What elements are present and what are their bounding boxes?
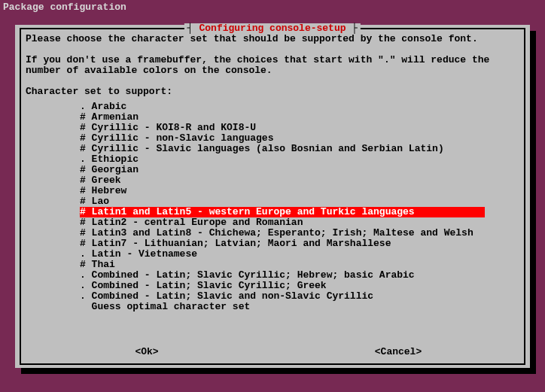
dialog-buttons: <Ok> <Cancel> — [21, 347, 524, 357]
list-item[interactable]: # Cyrillic - non-Slavic languages — [26, 133, 519, 144]
dialog-title-text: Configuring console-setup — [199, 23, 346, 34]
list-item[interactable]: . Ethiopic — [26, 154, 519, 165]
dialog: ┤ Configuring console-setup ├ Please cho… — [15, 25, 530, 368]
list-item[interactable]: # Thai — [26, 260, 519, 270]
list-item[interactable]: # Hebrew — [26, 186, 519, 196]
list-item[interactable]: # Latin1 and Latin5 - western Europe and… — [26, 207, 519, 217]
ok-button[interactable]: <Ok> — [21, 347, 272, 357]
dialog-inner: ┤ Configuring console-setup ├ Please cho… — [20, 28, 525, 365]
list-item[interactable]: Guess optimal character set — [26, 302, 519, 312]
list-item[interactable]: . Latin - Vietnamese — [26, 249, 519, 260]
list-item[interactable]: # Cyrillic - KOI8-R and KOI8-U — [26, 123, 519, 133]
list-item[interactable]: # Cyrillic - Slavic languages (also Bosn… — [26, 144, 519, 154]
list-item[interactable]: # Latin7 - Lithuanian; Latvian; Maori an… — [26, 239, 519, 249]
dialog-text-1: Please choose the character set that sho… — [26, 34, 519, 44]
cancel-button[interactable]: <Cancel> — [272, 347, 524, 357]
list-item[interactable]: . Arabic — [26, 102, 519, 112]
list-item[interactable]: # Greek — [26, 175, 519, 186]
page-title: Package configuration — [3, 2, 126, 13]
list-item[interactable]: # Georgian — [26, 165, 519, 175]
charset-list[interactable]: . Arabic# Armenian# Cyrillic - KOI8-R an… — [26, 102, 519, 312]
list-item[interactable]: # Latin2 - central Europe and Romanian — [26, 217, 519, 228]
list-item[interactable]: . Combined - Latin; Slavic and non-Slavi… — [26, 291, 519, 302]
list-item[interactable]: # Latin3 and Latin8 - Chichewa; Esperant… — [26, 228, 519, 239]
dialog-prompt: Character set to support: — [26, 87, 519, 97]
list-item[interactable]: # Lao — [26, 196, 519, 207]
list-item[interactable]: # Armenian — [26, 112, 519, 123]
dialog-text-2: If you don't use a framebuffer, the choi… — [26, 55, 519, 76]
dialog-title: ┤ Configuring console-setup ├ — [184, 23, 361, 34]
list-item[interactable]: . Combined - Latin; Slavic Cyrillic; Gre… — [26, 281, 519, 291]
terminal-screen: Package configuration ┤ Configuring cons… — [0, 0, 545, 392]
list-item[interactable]: . Combined - Latin; Slavic Cyrillic; Heb… — [26, 270, 519, 281]
